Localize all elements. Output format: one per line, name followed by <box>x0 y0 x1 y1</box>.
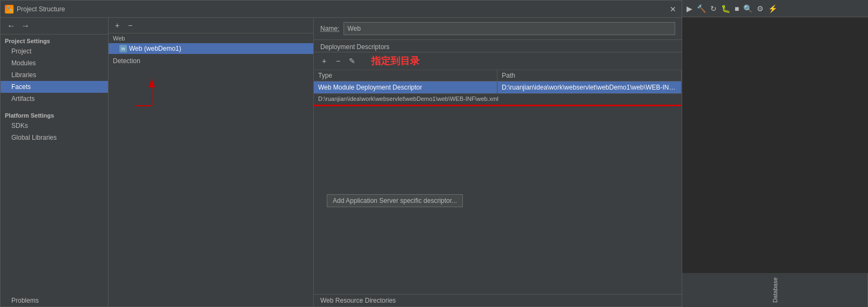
sidebar-item-facets[interactable]: Facets <box>1 81 108 93</box>
sidebar-item-problems[interactable]: Problems <box>1 295 108 306</box>
table-row[interactable]: Web Module Deployment Descriptor D:\ruan… <box>314 81 682 94</box>
facets-add-button[interactable]: + <box>112 20 123 31</box>
sidebar-item-libraries[interactable]: Libraries <box>1 69 108 81</box>
sidebar: ← → Project Settings Project Modules Lib… <box>1 18 109 306</box>
run-button[interactable]: ▶ <box>685 3 694 14</box>
facets-toolbar: + − <box>109 18 313 33</box>
dialog-body: ← → Project Settings Project Modules Lib… <box>1 18 682 306</box>
table-header: Type Path <box>314 70 682 81</box>
detection-label: Detection <box>109 54 313 68</box>
sidebar-item-global-libraries[interactable]: Global Libraries <box>1 132 108 144</box>
web-facet-icon: W <box>119 45 127 52</box>
platform-settings-label: Platform Settings <box>1 109 108 120</box>
web-resource-section: Web Resource Directories <box>314 294 682 306</box>
arrow-annotation <box>109 68 313 111</box>
sidebar-item-artifacts[interactable]: Artifacts <box>1 93 108 105</box>
sidebar-item-sdks[interactable]: SDKs <box>1 120 108 132</box>
deployment-add-button[interactable]: + <box>318 55 330 67</box>
facets-remove-button[interactable]: − <box>125 20 136 31</box>
dialog-titlebar: 🔧 Project Structure ✕ <box>1 1 682 18</box>
column-type-header: Type <box>314 70 497 81</box>
title-icon: 🔧 <box>5 5 14 13</box>
name-label: Name: <box>320 25 339 32</box>
table-cell-type: Web Module Deployment Descriptor <box>314 81 497 93</box>
database-tab[interactable]: Database <box>682 273 868 307</box>
name-row: Name: <box>314 18 682 40</box>
deployment-section-header: Deployment Descriptors <box>314 40 682 52</box>
deployment-toolbar: + − ✎ 指定到目录 <box>314 52 682 70</box>
facets-item-web[interactable]: W Web (webDemo1) <box>109 43 313 54</box>
stop-button[interactable]: ■ <box>734 3 740 14</box>
project-settings-label: Project Settings <box>1 35 108 45</box>
deployment-remove-button[interactable]: − <box>332 55 344 67</box>
ide-panel: ▶ 🔨 ↻ 🐛 ■ 🔍 ⚙ ⚡ Database <box>682 0 868 307</box>
empty-area <box>314 107 682 186</box>
content-spacer <box>314 216 682 294</box>
facets-category-web: Web <box>109 33 313 43</box>
path-display: D:\ruanjian\idea\work\webservlet\webDemo… <box>314 94 682 104</box>
power-button[interactable]: ⚡ <box>767 3 778 14</box>
ide-toolbar: ▶ 🔨 ↻ 🐛 ■ 🔍 ⚙ ⚡ <box>682 0 868 17</box>
close-button[interactable]: ✕ <box>669 5 677 13</box>
reload-button[interactable]: ↻ <box>709 3 718 14</box>
settings-button[interactable]: ⚙ <box>756 3 765 14</box>
search-button[interactable]: 🔍 <box>742 3 753 14</box>
sidebar-item-project[interactable]: Project <box>1 45 108 57</box>
name-input[interactable] <box>344 22 675 35</box>
table-cell-path: D:\ruanjian\idea\work\webservlet\webDemo… <box>497 81 682 93</box>
sidebar-nav: ← → <box>1 18 108 35</box>
dialog-title: Project Structure <box>17 5 669 13</box>
annotation-arrow-svg <box>119 68 227 111</box>
column-path-header: Path <box>497 70 682 81</box>
content-panel: Name: Deployment Descriptors + − ✎ 指定到目录… <box>314 18 682 306</box>
build-button[interactable]: 🔨 <box>696 3 707 14</box>
red-highlight-line <box>314 105 682 106</box>
deployment-edit-button[interactable]: ✎ <box>346 55 358 67</box>
ide-content-area <box>682 17 868 273</box>
nav-back-button[interactable]: ← <box>5 20 18 32</box>
facets-item-label: Web (webDemo1) <box>129 45 181 52</box>
project-structure-dialog: 🔧 Project Structure ✕ ← → Project Settin… <box>0 0 682 307</box>
nav-forward-button[interactable]: → <box>19 20 32 32</box>
sidebar-item-modules[interactable]: Modules <box>1 57 108 69</box>
add-descriptor-button[interactable]: Add Application Server specific descript… <box>327 194 463 207</box>
annotation-text: 指定到目录 <box>371 54 420 67</box>
add-descriptor-wrapper: Add Application Server specific descript… <box>314 186 682 216</box>
facets-panel: + − Web W Web (webDemo1) Detection <box>109 18 314 306</box>
debug-button[interactable]: 🐛 <box>720 3 731 14</box>
